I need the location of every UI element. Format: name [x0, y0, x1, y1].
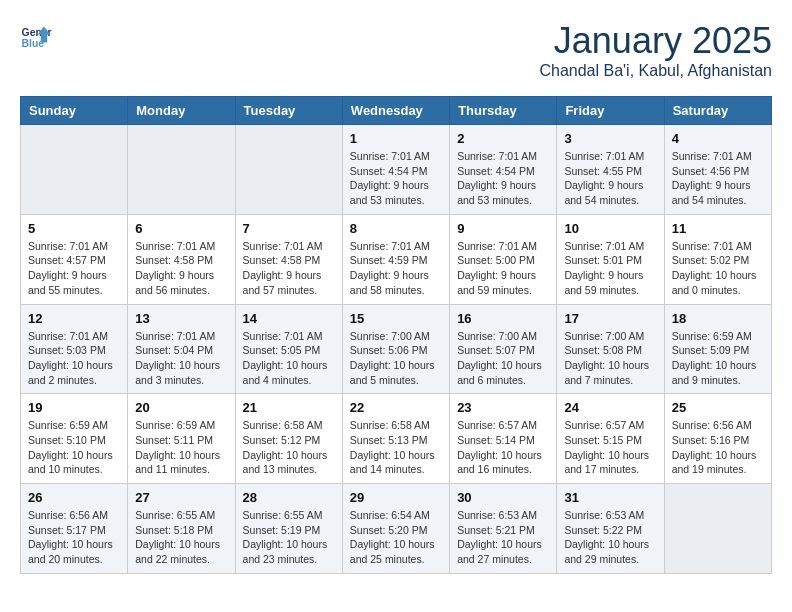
day-number: 12	[28, 311, 120, 326]
day-number: 11	[672, 221, 764, 236]
col-header-sunday: Sunday	[21, 97, 128, 125]
day-number: 4	[672, 131, 764, 146]
calendar-cell: 8Sunrise: 7:01 AMSunset: 4:59 PMDaylight…	[342, 214, 449, 304]
day-number: 20	[135, 400, 227, 415]
calendar-cell: 7Sunrise: 7:01 AMSunset: 4:58 PMDaylight…	[235, 214, 342, 304]
calendar-cell: 14Sunrise: 7:01 AMSunset: 5:05 PMDayligh…	[235, 304, 342, 394]
day-number: 27	[135, 490, 227, 505]
day-number: 14	[243, 311, 335, 326]
calendar-cell: 23Sunrise: 6:57 AMSunset: 5:14 PMDayligh…	[450, 394, 557, 484]
calendar-cell: 29Sunrise: 6:54 AMSunset: 5:20 PMDayligh…	[342, 484, 449, 574]
day-number: 8	[350, 221, 442, 236]
day-info: Sunrise: 7:01 AMSunset: 4:56 PMDaylight:…	[672, 149, 764, 208]
page-header: General Blue January 2025 Chandal Ba'i, …	[20, 20, 772, 80]
calendar-cell: 30Sunrise: 6:53 AMSunset: 5:21 PMDayligh…	[450, 484, 557, 574]
month-title: January 2025	[539, 20, 772, 62]
day-number: 28	[243, 490, 335, 505]
calendar-cell: 1Sunrise: 7:01 AMSunset: 4:54 PMDaylight…	[342, 125, 449, 215]
calendar-cell: 12Sunrise: 7:01 AMSunset: 5:03 PMDayligh…	[21, 304, 128, 394]
location-subtitle: Chandal Ba'i, Kabul, Afghanistan	[539, 62, 772, 80]
day-info: Sunrise: 7:01 AMSunset: 5:02 PMDaylight:…	[672, 239, 764, 298]
day-info: Sunrise: 6:55 AMSunset: 5:19 PMDaylight:…	[243, 508, 335, 567]
calendar-cell: 5Sunrise: 7:01 AMSunset: 4:57 PMDaylight…	[21, 214, 128, 304]
day-info: Sunrise: 7:01 AMSunset: 4:54 PMDaylight:…	[457, 149, 549, 208]
day-number: 21	[243, 400, 335, 415]
col-header-monday: Monday	[128, 97, 235, 125]
col-header-tuesday: Tuesday	[235, 97, 342, 125]
col-header-thursday: Thursday	[450, 97, 557, 125]
calendar-cell: 25Sunrise: 6:56 AMSunset: 5:16 PMDayligh…	[664, 394, 771, 484]
day-number: 5	[28, 221, 120, 236]
calendar-cell: 19Sunrise: 6:59 AMSunset: 5:10 PMDayligh…	[21, 394, 128, 484]
calendar-cell: 24Sunrise: 6:57 AMSunset: 5:15 PMDayligh…	[557, 394, 664, 484]
day-info: Sunrise: 7:01 AMSunset: 5:00 PMDaylight:…	[457, 239, 549, 298]
calendar-cell	[235, 125, 342, 215]
calendar-cell: 26Sunrise: 6:56 AMSunset: 5:17 PMDayligh…	[21, 484, 128, 574]
day-number: 6	[135, 221, 227, 236]
calendar-cell: 9Sunrise: 7:01 AMSunset: 5:00 PMDaylight…	[450, 214, 557, 304]
calendar-cell	[664, 484, 771, 574]
day-number: 9	[457, 221, 549, 236]
day-number: 18	[672, 311, 764, 326]
day-number: 2	[457, 131, 549, 146]
calendar-cell: 18Sunrise: 6:59 AMSunset: 5:09 PMDayligh…	[664, 304, 771, 394]
day-info: Sunrise: 7:01 AMSunset: 4:55 PMDaylight:…	[564, 149, 656, 208]
calendar-week-row: 1Sunrise: 7:01 AMSunset: 4:54 PMDaylight…	[21, 125, 772, 215]
day-info: Sunrise: 6:55 AMSunset: 5:18 PMDaylight:…	[135, 508, 227, 567]
day-info: Sunrise: 7:01 AMSunset: 4:58 PMDaylight:…	[135, 239, 227, 298]
calendar-cell: 17Sunrise: 7:00 AMSunset: 5:08 PMDayligh…	[557, 304, 664, 394]
calendar-cell	[128, 125, 235, 215]
calendar-cell: 16Sunrise: 7:00 AMSunset: 5:07 PMDayligh…	[450, 304, 557, 394]
calendar-cell: 20Sunrise: 6:59 AMSunset: 5:11 PMDayligh…	[128, 394, 235, 484]
day-info: Sunrise: 6:54 AMSunset: 5:20 PMDaylight:…	[350, 508, 442, 567]
day-info: Sunrise: 7:00 AMSunset: 5:06 PMDaylight:…	[350, 329, 442, 388]
day-number: 17	[564, 311, 656, 326]
calendar-cell: 11Sunrise: 7:01 AMSunset: 5:02 PMDayligh…	[664, 214, 771, 304]
calendar-cell: 6Sunrise: 7:01 AMSunset: 4:58 PMDaylight…	[128, 214, 235, 304]
day-number: 29	[350, 490, 442, 505]
calendar-cell: 4Sunrise: 7:01 AMSunset: 4:56 PMDaylight…	[664, 125, 771, 215]
day-number: 30	[457, 490, 549, 505]
day-number: 26	[28, 490, 120, 505]
calendar-cell: 27Sunrise: 6:55 AMSunset: 5:18 PMDayligh…	[128, 484, 235, 574]
day-info: Sunrise: 6:53 AMSunset: 5:21 PMDaylight:…	[457, 508, 549, 567]
day-info: Sunrise: 6:57 AMSunset: 5:15 PMDaylight:…	[564, 418, 656, 477]
calendar-cell: 13Sunrise: 7:01 AMSunset: 5:04 PMDayligh…	[128, 304, 235, 394]
col-header-saturday: Saturday	[664, 97, 771, 125]
day-info: Sunrise: 7:01 AMSunset: 5:04 PMDaylight:…	[135, 329, 227, 388]
day-info: Sunrise: 7:01 AMSunset: 4:54 PMDaylight:…	[350, 149, 442, 208]
day-info: Sunrise: 6:53 AMSunset: 5:22 PMDaylight:…	[564, 508, 656, 567]
day-info: Sunrise: 7:01 AMSunset: 4:59 PMDaylight:…	[350, 239, 442, 298]
title-block: January 2025 Chandal Ba'i, Kabul, Afghan…	[539, 20, 772, 80]
day-info: Sunrise: 7:01 AMSunset: 5:03 PMDaylight:…	[28, 329, 120, 388]
calendar-cell: 28Sunrise: 6:55 AMSunset: 5:19 PMDayligh…	[235, 484, 342, 574]
day-number: 15	[350, 311, 442, 326]
day-number: 19	[28, 400, 120, 415]
day-number: 16	[457, 311, 549, 326]
day-info: Sunrise: 6:59 AMSunset: 5:09 PMDaylight:…	[672, 329, 764, 388]
calendar-cell: 21Sunrise: 6:58 AMSunset: 5:12 PMDayligh…	[235, 394, 342, 484]
calendar-cell: 15Sunrise: 7:00 AMSunset: 5:06 PMDayligh…	[342, 304, 449, 394]
col-header-friday: Friday	[557, 97, 664, 125]
calendar-week-row: 26Sunrise: 6:56 AMSunset: 5:17 PMDayligh…	[21, 484, 772, 574]
calendar-cell: 2Sunrise: 7:01 AMSunset: 4:54 PMDaylight…	[450, 125, 557, 215]
day-number: 10	[564, 221, 656, 236]
col-header-wednesday: Wednesday	[342, 97, 449, 125]
calendar-week-row: 5Sunrise: 7:01 AMSunset: 4:57 PMDaylight…	[21, 214, 772, 304]
logo-icon: General Blue	[20, 20, 52, 52]
calendar-cell: 3Sunrise: 7:01 AMSunset: 4:55 PMDaylight…	[557, 125, 664, 215]
day-info: Sunrise: 7:01 AMSunset: 4:57 PMDaylight:…	[28, 239, 120, 298]
day-number: 25	[672, 400, 764, 415]
logo: General Blue	[20, 20, 52, 52]
day-info: Sunrise: 6:56 AMSunset: 5:16 PMDaylight:…	[672, 418, 764, 477]
calendar-cell: 10Sunrise: 7:01 AMSunset: 5:01 PMDayligh…	[557, 214, 664, 304]
calendar-cell: 22Sunrise: 6:58 AMSunset: 5:13 PMDayligh…	[342, 394, 449, 484]
day-number: 31	[564, 490, 656, 505]
day-info: Sunrise: 6:57 AMSunset: 5:14 PMDaylight:…	[457, 418, 549, 477]
day-info: Sunrise: 7:00 AMSunset: 5:08 PMDaylight:…	[564, 329, 656, 388]
calendar-week-row: 19Sunrise: 6:59 AMSunset: 5:10 PMDayligh…	[21, 394, 772, 484]
calendar-table: SundayMondayTuesdayWednesdayThursdayFrid…	[20, 96, 772, 574]
calendar-cell	[21, 125, 128, 215]
day-number: 13	[135, 311, 227, 326]
calendar-week-row: 12Sunrise: 7:01 AMSunset: 5:03 PMDayligh…	[21, 304, 772, 394]
